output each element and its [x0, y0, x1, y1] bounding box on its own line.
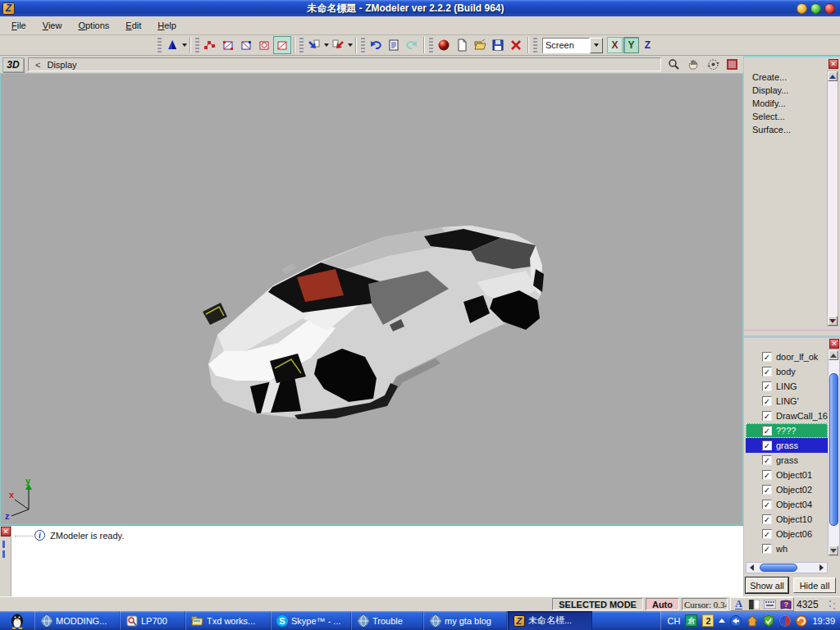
command-select[interactable]: Select...	[744, 110, 819, 123]
command-panel-close-icon[interactable]: ✕	[829, 59, 838, 69]
taskbar-item-active[interactable]: Z 未命名標...	[507, 611, 592, 630]
close-button[interactable]	[824, 3, 835, 14]
export-dropdown-icon[interactable]	[348, 43, 353, 47]
car-model[interactable]	[188, 220, 557, 425]
maximize-viewport-button[interactable]	[727, 59, 737, 70]
object-row[interactable]: Object01	[746, 468, 828, 482]
object-panel-close-icon[interactable]: ✕	[829, 339, 839, 349]
taskbar-item[interactable]: Trouble	[351, 611, 423, 630]
taskbar-item[interactable]: LP700	[120, 611, 185, 630]
scroll-up-icon[interactable]	[828, 71, 838, 81]
checkbox-icon[interactable]	[762, 470, 772, 480]
toolbar-grip[interactable]	[299, 38, 304, 52]
toolbar-grip[interactable]	[361, 38, 365, 52]
help-book-icon[interactable]: ?	[779, 599, 792, 609]
object-row[interactable]: wh	[746, 541, 828, 556]
export-arrow-icon[interactable]	[329, 36, 347, 54]
command-create[interactable]: Create...	[744, 71, 819, 84]
screen-selector-dropdown-icon[interactable]	[590, 38, 603, 53]
checkbox-icon[interactable]	[762, 529, 772, 539]
taskbar-item[interactable]: Txd works...	[185, 611, 271, 630]
toolbar-grip[interactable]	[195, 38, 199, 52]
checkbox-icon[interactable]	[762, 485, 772, 495]
minimize-button[interactable]	[797, 3, 807, 14]
command-panel-scrollbar[interactable]	[827, 71, 838, 326]
maximize-button[interactable]	[810, 3, 821, 14]
panel-splitter[interactable]	[744, 330, 840, 336]
log-close-icon[interactable]: ✕	[1, 527, 11, 536]
object-row-selected[interactable]: grass	[746, 438, 828, 453]
render-sphere-icon[interactable]	[435, 36, 453, 54]
toolbar-grip[interactable]	[533, 38, 537, 52]
checkbox-icon[interactable]	[762, 426, 772, 436]
checkbox-icon[interactable]	[762, 411, 772, 421]
screen-selector[interactable]: Screen	[542, 38, 603, 53]
menu-options[interactable]: Options	[71, 18, 119, 33]
scroll-up-icon[interactable]	[829, 350, 838, 360]
tray-badge[interactable]: 2	[702, 614, 714, 627]
object-row[interactable]: LING'	[746, 394, 828, 409]
checkbox-icon[interactable]	[762, 396, 772, 406]
object-row[interactable]: Object10	[746, 512, 828, 527]
menu-edit[interactable]: Edit	[119, 18, 151, 33]
show-all-button[interactable]: Show all	[746, 578, 788, 593]
checkbox-icon[interactable]	[762, 514, 772, 524]
contrast-panel-icon[interactable]	[748, 599, 760, 609]
checkbox-icon[interactable]	[762, 544, 772, 554]
taskbar-item[interactable]: S Skype™ - ...	[271, 611, 351, 630]
log-document-icon[interactable]	[385, 36, 403, 54]
select-polygons-icon[interactable]	[255, 36, 273, 54]
toolbar-grip[interactable]	[429, 38, 433, 52]
scrollbar-thumb[interactable]	[829, 373, 838, 526]
delete-cross-icon[interactable]	[507, 36, 525, 54]
select-edges-icon[interactable]	[219, 36, 237, 54]
hide-all-button[interactable]: Hide all	[793, 578, 836, 593]
object-row[interactable]: LING	[746, 379, 828, 394]
axis-x-toggle[interactable]: X	[607, 37, 623, 53]
viewport-3d[interactable]: y x z	[0, 74, 743, 525]
undo-icon[interactable]	[367, 36, 385, 54]
checkbox-icon[interactable]	[762, 500, 772, 509]
pan-hand-icon[interactable]	[684, 56, 702, 74]
menu-view[interactable]: View	[36, 18, 72, 33]
tray-clock[interactable]: 19:39	[812, 616, 835, 626]
command-display[interactable]: Display...	[744, 84, 819, 97]
tray-ime-icon[interactable]: 倉	[685, 614, 697, 627]
start-penguin-icon[interactable]	[0, 611, 34, 630]
keyboard-icon[interactable]	[764, 599, 776, 609]
shield-check-icon[interactable]	[763, 615, 774, 627]
viewport-mode-button[interactable]: 3D	[2, 57, 24, 72]
save-floppy-icon[interactable]	[489, 36, 507, 54]
taskbar-item[interactable]: my gta blog	[423, 611, 507, 630]
select-objects-icon[interactable]	[273, 36, 291, 54]
menu-help[interactable]: Help	[151, 18, 186, 33]
avast-ring-icon[interactable]	[796, 615, 807, 627]
redo-icon[interactable]	[403, 36, 421, 54]
object-row-highlighted[interactable]: ????	[746, 423, 828, 438]
command-modify[interactable]: Modify...	[744, 97, 819, 110]
scroll-right-icon[interactable]	[816, 563, 827, 573]
select-faces-icon[interactable]	[237, 36, 255, 54]
tray-expand-icon[interactable]	[719, 619, 725, 623]
menu-file[interactable]: File	[5, 18, 36, 33]
home-icon[interactable]	[746, 615, 758, 627]
object-row[interactable]: Object04	[746, 497, 828, 512]
swirl-icon[interactable]	[779, 615, 791, 627]
tray-language[interactable]: CH	[668, 616, 681, 626]
object-row[interactable]: grass	[746, 453, 828, 468]
object-row[interactable]: door_lf_ok	[746, 349, 828, 364]
object-list-scrollbar[interactable]	[828, 349, 840, 556]
back-arrow-icon[interactable]	[730, 615, 742, 627]
viewport-breadcrumb[interactable]: < Display	[28, 57, 661, 71]
orbit-tool-icon[interactable]	[704, 56, 722, 74]
object-row[interactable]: DrawCall_16	[746, 409, 828, 423]
resize-grip-icon[interactable]	[829, 600, 837, 609]
object-row[interactable]: Object02	[746, 482, 828, 497]
checkbox-icon[interactable]	[762, 441, 772, 450]
zoom-tool-icon[interactable]	[664, 56, 682, 74]
scroll-down-icon[interactable]	[829, 546, 838, 555]
object-row[interactable]: Object06	[746, 527, 828, 541]
select-vertices-icon[interactable]	[201, 36, 219, 54]
scroll-down-icon[interactable]	[828, 316, 838, 326]
font-color-icon[interactable]: A	[733, 599, 745, 609]
